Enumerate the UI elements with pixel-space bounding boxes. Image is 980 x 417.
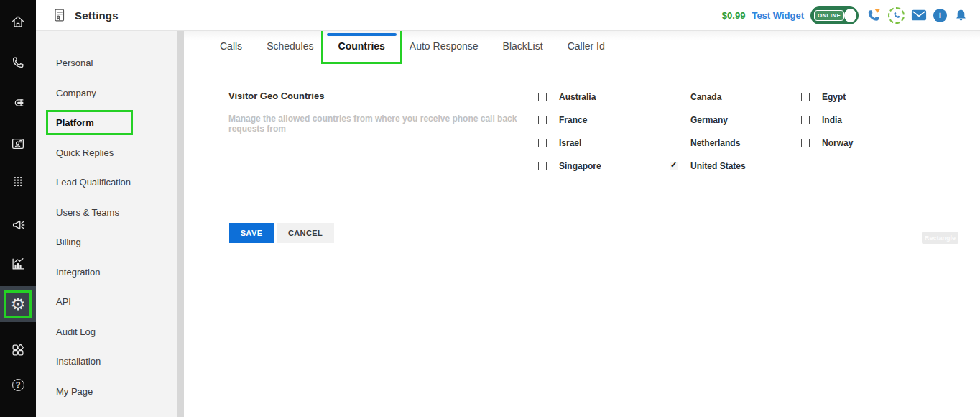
- checkbox-icon[interactable]: [670, 93, 678, 101]
- tab-label: Schedules: [267, 40, 313, 52]
- missed-call-button[interactable]: [865, 7, 882, 24]
- sidebar-item-label: My Page: [56, 386, 93, 397]
- sidebar-item-company[interactable]: Company: [36, 78, 177, 109]
- tab-blacklist[interactable]: BlackList: [503, 31, 543, 61]
- rail-item-settings[interactable]: [0, 286, 36, 322]
- section-title: Visitor Geo Countries: [228, 91, 537, 101]
- country-row-norway[interactable]: Norway: [801, 138, 933, 148]
- contacts-icon: [10, 136, 26, 152]
- sidebar-item-audit-log[interactable]: Audit Log: [36, 317, 177, 347]
- online-status-label: ONLINE: [814, 10, 844, 21]
- rail-item-help[interactable]: [0, 369, 36, 400]
- country-row-united-states[interactable]: United States: [670, 161, 801, 171]
- settings-sidebar: Personal Company Platform Quick Replies …: [36, 31, 177, 417]
- tab-auto-response[interactable]: Auto Response: [410, 31, 479, 61]
- save-button[interactable]: SAVE: [229, 223, 274, 243]
- settings-page-icon: [52, 7, 68, 23]
- country-row-india[interactable]: India: [801, 115, 933, 125]
- country-row-egypt[interactable]: Egypt: [801, 92, 933, 102]
- checkbox-icon[interactable]: [801, 93, 810, 101]
- checkbox-icon[interactable]: [801, 139, 810, 147]
- sidebar-item-my-page[interactable]: My Page: [36, 377, 177, 407]
- scrollbar-thumb[interactable]: [177, 31, 184, 417]
- country-row-canada[interactable]: Canada: [670, 92, 801, 102]
- widget-name-link[interactable]: Test Widget: [752, 10, 804, 21]
- callback-button[interactable]: [888, 7, 905, 24]
- sidebar-item-label: Personal: [56, 58, 93, 68]
- sidebar-item-label: Integration: [56, 267, 100, 278]
- rail-item-campaigns[interactable]: [0, 209, 36, 241]
- top-header: Settings $0.99 Test Widget ONLINE: [36, 0, 980, 31]
- country-row-germany[interactable]: Germany: [670, 115, 801, 125]
- country-row-singapore[interactable]: Singapore: [538, 161, 670, 171]
- sidebar-item-lead-qualification[interactable]: Lead Qualification: [36, 168, 177, 198]
- mail-button[interactable]: [911, 9, 927, 22]
- sidebar-item-billing[interactable]: Billing: [36, 227, 177, 257]
- checkbox-icon[interactable]: [538, 162, 547, 170]
- balance-amount: $0.99: [722, 10, 746, 21]
- mail-icon: [911, 9, 927, 22]
- checkbox-icon[interactable]: [538, 93, 547, 101]
- rail-item-calls[interactable]: [0, 47, 36, 78]
- home-icon: [10, 14, 26, 29]
- megaphone-icon: [10, 217, 26, 233]
- sidebar-item-label: Quick Replies: [56, 147, 114, 158]
- rail-item-home[interactable]: [0, 6, 36, 37]
- magnet-icon: [10, 95, 26, 111]
- checkbox-icon[interactable]: [801, 116, 810, 124]
- sidebar-item-platform[interactable]: Platform: [36, 108, 177, 138]
- sidebar-item-installation[interactable]: Installation: [36, 347, 177, 377]
- page-title: Settings: [75, 9, 119, 22]
- sidebar-item-label: API: [56, 296, 71, 307]
- header-right-group: $0.99 Test Widget ONLINE: [722, 6, 969, 24]
- tab-calls[interactable]: Calls: [220, 31, 242, 61]
- phone-icon: [10, 55, 26, 70]
- sidebar-item-users-teams[interactable]: Users & Teams: [36, 198, 177, 228]
- apps-grid-icon: [10, 342, 26, 358]
- rail-item-contacts[interactable]: [0, 128, 36, 160]
- tab-caller-id[interactable]: Caller Id: [568, 31, 605, 61]
- platform-tabbar: Calls Schedules Countries Auto Response …: [220, 31, 605, 61]
- chart-icon: [10, 256, 26, 272]
- help-icon: [12, 379, 24, 391]
- rail-item-apps[interactable]: [0, 334, 36, 366]
- country-row-australia[interactable]: Australia: [538, 92, 670, 102]
- sidebar-item-personal[interactable]: Personal: [36, 48, 177, 78]
- cancel-button[interactable]: CANCEL: [277, 223, 334, 243]
- country-label: Australia: [559, 92, 596, 102]
- sidebar-item-api[interactable]: API: [36, 287, 177, 317]
- dialpad-icon: [10, 174, 26, 190]
- sidebar-item-label: Company: [56, 88, 96, 98]
- checkbox-icon[interactable]: [670, 139, 678, 147]
- rectangle-overlay-badge: Rectangle: [922, 232, 958, 244]
- checkbox-icon[interactable]: [670, 162, 678, 170]
- sidebar-scrollbar[interactable]: [177, 31, 184, 417]
- checkbox-icon[interactable]: [538, 116, 547, 124]
- rail-item-leads[interactable]: [0, 87, 36, 119]
- country-row-israel[interactable]: Israel: [538, 138, 670, 148]
- sidebar-item-integration[interactable]: Integration: [36, 257, 177, 288]
- sidebar-item-quick-replies[interactable]: Quick Replies: [36, 138, 177, 168]
- annotation-box-settings: [4, 290, 32, 318]
- checkbox-icon[interactable]: [670, 116, 678, 124]
- country-label: France: [559, 115, 587, 125]
- info-button[interactable]: [933, 9, 947, 22]
- country-row-netherlands[interactable]: Netherlands: [670, 138, 801, 148]
- country-label: Israel: [559, 138, 581, 148]
- bell-icon: [953, 8, 969, 23]
- form-actions: SAVE CANCEL: [229, 223, 334, 243]
- rail-item-reports[interactable]: [0, 248, 36, 280]
- notifications-button[interactable]: [953, 8, 969, 23]
- toggle-knob: [844, 9, 856, 22]
- tab-label: Auto Response: [410, 40, 479, 52]
- country-label: Egypt: [822, 92, 846, 102]
- tab-countries[interactable]: Countries: [338, 31, 385, 61]
- info-icon: [933, 9, 947, 22]
- tab-schedules[interactable]: Schedules: [267, 31, 313, 61]
- country-label: Canada: [690, 92, 721, 102]
- online-status-toggle[interactable]: ONLINE: [810, 6, 859, 24]
- sidebar-item-label: Billing: [56, 237, 81, 247]
- country-row-france[interactable]: France: [538, 115, 670, 125]
- checkbox-icon[interactable]: [538, 139, 547, 147]
- rail-item-dialpad[interactable]: [0, 166, 36, 198]
